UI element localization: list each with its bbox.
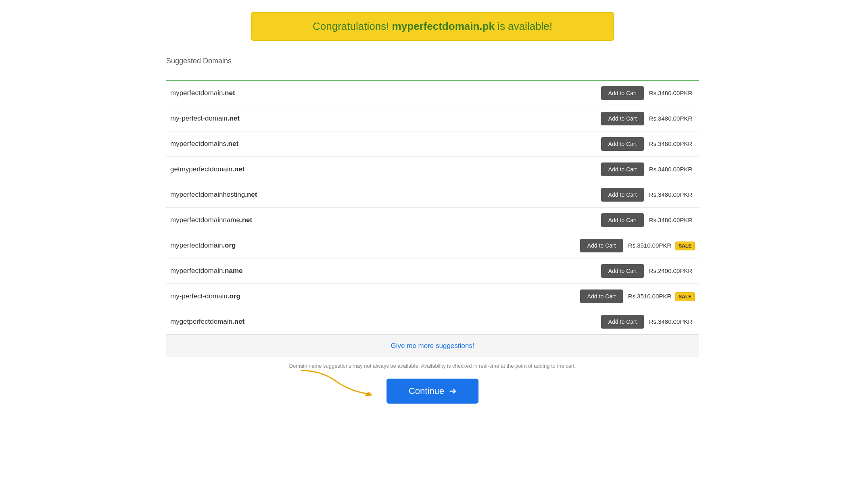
- domain-name-cell: myperfectdomainhosting.net: [166, 182, 399, 208]
- banner-prefix: Congratulations!: [313, 20, 392, 32]
- table-row: myperfectdomain.nameAdd to CartRs.2400.0…: [166, 258, 699, 284]
- table-row: getmyperfectdomain.netAdd to CartRs.3480…: [166, 157, 699, 182]
- table-row: myperfectdomainhosting.netAdd to CartRs.…: [166, 182, 699, 208]
- more-suggestions-row: Give me more suggestions!: [166, 335, 699, 357]
- domain-name: myperfectdomain.org: [170, 242, 236, 249]
- section-title: Suggested Domains: [166, 57, 699, 65]
- domain-tld: .org: [223, 242, 236, 249]
- continue-button-label: Continue: [409, 386, 444, 396]
- add-to-cart-button[interactable]: Add to Cart: [601, 315, 644, 329]
- domains-table: myperfectdomain.netAdd to CartRs.3480.00…: [166, 69, 699, 334]
- domain-actions-cell: Add to CartRs.3480.00PKR: [399, 182, 699, 208]
- add-to-cart-button[interactable]: Add to Cart: [601, 162, 644, 176]
- domain-tld: .net: [228, 115, 240, 122]
- domain-name-cell: myperfectdomain.name: [166, 258, 399, 284]
- disclaimer-text: Domain name suggestions may not always b…: [166, 363, 699, 369]
- domain-price: Rs.3480.00PKR: [649, 140, 692, 147]
- domain-actions-cell: Add to CartRs.3510.00PKRSALE: [399, 233, 699, 258]
- add-to-cart-button[interactable]: Add to Cart: [601, 86, 644, 100]
- domain-price: Rs.2400.00PKR: [649, 267, 692, 274]
- banner-domain: myperfectdomain.pk: [392, 20, 495, 32]
- table-row: my-perfect-domain.netAdd to CartRs.3480.…: [166, 106, 699, 131]
- domain-actions-cell: Add to CartRs.3480.00PKR: [399, 131, 699, 157]
- domain-tld: .net: [232, 165, 244, 173]
- continue-button[interactable]: Continue ➜: [387, 379, 478, 404]
- add-to-cart-button[interactable]: Add to Cart: [601, 112, 644, 125]
- domain-actions-cell: Add to CartRs.3480.00PKR: [399, 208, 699, 233]
- domain-name: my-perfect-domain.org: [170, 292, 240, 300]
- table-row: myperfectdomain.netAdd to CartRs.3480.00…: [166, 80, 699, 106]
- domain-tld: .net: [223, 89, 235, 97]
- add-to-cart-button[interactable]: Add to Cart: [580, 239, 623, 252]
- domain-name-cell: my-perfect-domain.org: [166, 284, 399, 309]
- table-row: myperfectdomainname.netAdd to CartRs.348…: [166, 208, 699, 233]
- domain-price: Rs.3510.00PKR: [628, 293, 671, 300]
- domain-name: myperfectdomain.net: [170, 89, 235, 97]
- domain-price: Rs.3480.00PKR: [649, 90, 692, 96]
- add-to-cart-button[interactable]: Add to Cart: [601, 213, 644, 227]
- domain-actions-cell: Add to CartRs.2400.00PKR: [399, 258, 699, 284]
- more-suggestions-wrapper: Give me more suggestions!: [166, 334, 699, 357]
- add-to-cart-button[interactable]: Add to Cart: [601, 137, 644, 151]
- domain-tld: .org: [228, 292, 240, 300]
- arrow-container: Continue ➜: [387, 379, 478, 404]
- domain-name-cell: my-perfect-domain.net: [166, 106, 399, 131]
- domain-name-cell: myperfectdomains.net: [166, 131, 399, 157]
- domain-price: Rs.3480.00PKR: [649, 318, 692, 325]
- domain-actions-cell: Add to CartRs.3510.00PKRSALE: [399, 284, 699, 309]
- domain-actions-cell: Add to CartRs.3480.00PKR: [399, 157, 699, 182]
- domain-price: Rs.3480.00PKR: [649, 217, 692, 223]
- domain-name: getmyperfectdomain.net: [170, 165, 244, 173]
- domain-tld: .net: [226, 140, 238, 148]
- domain-actions-cell: Add to CartRs.3480.00PKR: [399, 309, 699, 335]
- domain-actions-cell: Add to CartRs.3480.00PKR: [399, 106, 699, 131]
- continue-arrow-icon: ➜: [449, 386, 456, 396]
- congratulations-banner: Congratulations! myperfectdomain.pk is a…: [251, 12, 614, 41]
- add-to-cart-button[interactable]: Add to Cart: [580, 289, 623, 303]
- domain-tld: .net: [245, 191, 257, 198]
- table-row: myperfectdomains.netAdd to CartRs.3480.0…: [166, 131, 699, 157]
- sale-badge: SALE: [675, 292, 695, 301]
- domain-name-cell: getmyperfectdomain.net: [166, 157, 399, 182]
- domain-name: myperfectdomainhosting.net: [170, 191, 257, 198]
- banner-suffix: is available!: [495, 20, 552, 32]
- domain-price: Rs.3480.00PKR: [649, 191, 692, 198]
- domain-price: Rs.3510.00PKR: [628, 242, 671, 249]
- domain-tld: .net: [240, 216, 252, 224]
- add-to-cart-button[interactable]: Add to Cart: [601, 264, 644, 278]
- domain-name-cell: myperfectdomainname.net: [166, 208, 399, 233]
- domain-name-cell: myperfectdomain.net: [166, 80, 399, 106]
- table-row: mygetperfectdomain.netAdd to CartRs.3480…: [166, 309, 699, 335]
- table-header-row: [166, 69, 699, 80]
- domain-tld: .name: [223, 267, 242, 275]
- domain-tld: .net: [232, 318, 244, 325]
- domain-name: mygetperfectdomain.net: [170, 318, 244, 325]
- more-suggestions-link[interactable]: Give me more suggestions!: [391, 342, 474, 350]
- sale-badge: SALE: [675, 242, 695, 250]
- domain-name: my-perfect-domain.net: [170, 115, 240, 122]
- arrow-decoration: [298, 367, 378, 399]
- domain-actions-cell: Add to CartRs.3480.00PKR: [399, 80, 699, 106]
- table-row: myperfectdomain.orgAdd to CartRs.3510.00…: [166, 233, 699, 258]
- svg-marker-0: [364, 392, 372, 396]
- domain-name: myperfectdomainname.net: [170, 216, 252, 224]
- domain-name: myperfectdomain.name: [170, 267, 243, 275]
- domain-name-cell: mygetperfectdomain.net: [166, 309, 399, 335]
- domain-price: Rs.3480.00PKR: [649, 166, 692, 173]
- domain-price: Rs.3480.00PKR: [649, 115, 692, 122]
- add-to-cart-button[interactable]: Add to Cart: [601, 188, 644, 202]
- domain-name-cell: myperfectdomain.org: [166, 233, 399, 258]
- domain-name: myperfectdomains.net: [170, 140, 238, 148]
- continue-section: Continue ➜: [166, 379, 699, 404]
- table-row: my-perfect-domain.orgAdd to CartRs.3510.…: [166, 284, 699, 309]
